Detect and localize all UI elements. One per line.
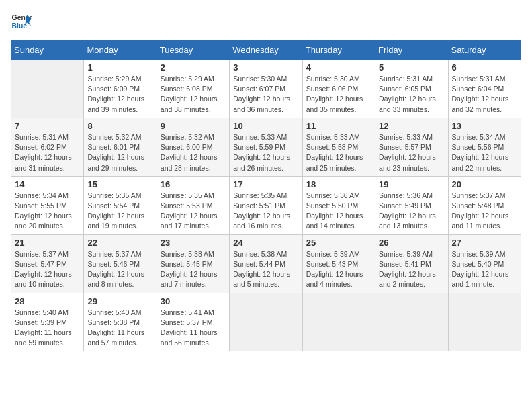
day-info: Sunrise: 5:38 AM Sunset: 5:44 PM Dayligh… [233,249,298,290]
logo-icon: General Blue [11,11,32,32]
day-info: Sunrise: 5:32 AM Sunset: 6:01 PM Dayligh… [87,132,152,173]
weekday-header-row: SundayMondayTuesdayWednesdayThursdayFrid… [11,41,521,60]
day-number: 10 [233,121,298,131]
day-info: Sunrise: 5:34 AM Sunset: 5:55 PM Dayligh… [15,191,80,232]
day-number: 18 [306,179,371,189]
calendar-cell: 21Sunrise: 5:37 AM Sunset: 5:47 PM Dayli… [11,234,84,293]
page-header: General Blue [11,11,521,32]
calendar-cell: 25Sunrise: 5:39 AM Sunset: 5:43 PM Dayli… [302,234,375,293]
calendar-cell: 12Sunrise: 5:33 AM Sunset: 5:57 PM Dayli… [375,118,448,176]
calendar-cell: 7Sunrise: 5:31 AM Sunset: 6:02 PM Daylig… [11,118,84,176]
day-info: Sunrise: 5:40 AM Sunset: 5:39 PM Dayligh… [15,308,80,349]
day-number: 21 [15,238,80,248]
calendar-cell: 10Sunrise: 5:33 AM Sunset: 5:59 PM Dayli… [230,118,302,176]
calendar-cell: 27Sunrise: 5:39 AM Sunset: 5:40 PM Dayli… [448,234,521,293]
day-info: Sunrise: 5:37 AM Sunset: 5:48 PM Dayligh… [452,191,517,232]
day-number: 12 [379,121,444,131]
calendar-week-row: 7Sunrise: 5:31 AM Sunset: 6:02 PM Daylig… [11,118,521,176]
calendar-table: SundayMondayTuesdayWednesdayThursdayFrid… [11,40,521,351]
day-number: 16 [161,179,226,189]
weekday-header: Sunday [11,41,84,60]
day-number: 3 [233,62,298,73]
day-info: Sunrise: 5:33 AM Sunset: 5:57 PM Dayligh… [379,132,444,173]
calendar-cell: 1Sunrise: 5:29 AM Sunset: 6:09 PM Daylig… [84,60,157,118]
day-number: 9 [161,121,226,131]
day-info: Sunrise: 5:39 AM Sunset: 5:41 PM Dayligh… [379,249,444,290]
calendar-cell: 20Sunrise: 5:37 AM Sunset: 5:48 PM Dayli… [448,176,521,234]
logo: General Blue [11,11,35,32]
day-info: Sunrise: 5:37 AM Sunset: 5:47 PM Dayligh… [15,249,80,290]
calendar-cell: 15Sunrise: 5:35 AM Sunset: 5:54 PM Dayli… [84,176,157,234]
calendar-cell: 17Sunrise: 5:35 AM Sunset: 5:51 PM Dayli… [230,176,302,234]
calendar-cell: 4Sunrise: 5:30 AM Sunset: 6:06 PM Daylig… [302,60,375,118]
weekday-header: Thursday [302,41,375,60]
day-info: Sunrise: 5:31 AM Sunset: 6:05 PM Dayligh… [379,74,444,115]
calendar-cell: 6Sunrise: 5:31 AM Sunset: 6:04 PM Daylig… [448,60,521,118]
day-number: 28 [15,296,80,306]
day-number: 20 [452,179,517,189]
calendar-cell: 14Sunrise: 5:34 AM Sunset: 5:55 PM Dayli… [11,176,84,234]
day-info: Sunrise: 5:31 AM Sunset: 6:02 PM Dayligh… [15,132,80,173]
day-info: Sunrise: 5:31 AM Sunset: 6:04 PM Dayligh… [452,74,517,115]
calendar-cell: 24Sunrise: 5:38 AM Sunset: 5:44 PM Dayli… [230,234,302,293]
calendar-cell [302,293,375,351]
calendar-cell [230,293,302,351]
day-number: 14 [15,179,80,189]
day-number: 27 [452,238,517,248]
day-number: 22 [87,238,152,248]
calendar-week-row: 14Sunrise: 5:34 AM Sunset: 5:55 PM Dayli… [11,176,521,234]
calendar-cell: 2Sunrise: 5:29 AM Sunset: 6:08 PM Daylig… [157,60,229,118]
calendar-cell: 5Sunrise: 5:31 AM Sunset: 6:05 PM Daylig… [375,60,448,118]
day-number: 29 [87,296,152,306]
day-number: 30 [161,296,226,306]
calendar-cell: 28Sunrise: 5:40 AM Sunset: 5:39 PM Dayli… [11,293,84,351]
day-number: 4 [306,62,371,73]
calendar-week-row: 21Sunrise: 5:37 AM Sunset: 5:47 PM Dayli… [11,234,521,293]
day-number: 5 [379,62,444,73]
calendar-cell: 30Sunrise: 5:41 AM Sunset: 5:37 PM Dayli… [157,293,229,351]
weekday-header: Wednesday [230,41,302,60]
calendar-cell [11,60,84,118]
day-info: Sunrise: 5:40 AM Sunset: 5:38 PM Dayligh… [87,308,152,349]
day-number: 13 [452,121,517,131]
day-number: 7 [15,121,80,131]
day-number: 17 [233,179,298,189]
calendar-cell: 16Sunrise: 5:35 AM Sunset: 5:53 PM Dayli… [157,176,229,234]
day-info: Sunrise: 5:30 AM Sunset: 6:06 PM Dayligh… [306,74,371,115]
day-number: 24 [233,238,298,248]
calendar-cell: 29Sunrise: 5:40 AM Sunset: 5:38 PM Dayli… [84,293,157,351]
calendar-cell: 23Sunrise: 5:38 AM Sunset: 5:45 PM Dayli… [157,234,229,293]
day-info: Sunrise: 5:39 AM Sunset: 5:43 PM Dayligh… [306,249,371,290]
calendar-cell: 19Sunrise: 5:36 AM Sunset: 5:49 PM Dayli… [375,176,448,234]
day-number: 8 [87,121,152,131]
calendar-cell: 13Sunrise: 5:34 AM Sunset: 5:56 PM Dayli… [448,118,521,176]
calendar-cell: 9Sunrise: 5:32 AM Sunset: 6:00 PM Daylig… [157,118,229,176]
weekday-header: Saturday [448,41,521,60]
calendar-week-row: 28Sunrise: 5:40 AM Sunset: 5:39 PM Dayli… [11,293,521,351]
day-info: Sunrise: 5:35 AM Sunset: 5:51 PM Dayligh… [233,191,298,232]
day-info: Sunrise: 5:33 AM Sunset: 5:58 PM Dayligh… [306,132,371,173]
day-info: Sunrise: 5:37 AM Sunset: 5:46 PM Dayligh… [87,249,152,290]
day-info: Sunrise: 5:34 AM Sunset: 5:56 PM Dayligh… [452,132,517,173]
day-number: 6 [452,62,517,73]
day-number: 1 [87,62,152,73]
day-number: 2 [161,62,226,73]
calendar-cell: 11Sunrise: 5:33 AM Sunset: 5:58 PM Dayli… [302,118,375,176]
day-info: Sunrise: 5:29 AM Sunset: 6:08 PM Dayligh… [161,74,226,115]
day-info: Sunrise: 5:30 AM Sunset: 6:07 PM Dayligh… [233,74,298,115]
day-info: Sunrise: 5:36 AM Sunset: 5:49 PM Dayligh… [379,191,444,232]
day-info: Sunrise: 5:38 AM Sunset: 5:45 PM Dayligh… [161,249,226,290]
weekday-header: Friday [375,41,448,60]
day-number: 19 [379,179,444,189]
calendar-cell: 8Sunrise: 5:32 AM Sunset: 6:01 PM Daylig… [84,118,157,176]
day-number: 23 [161,238,226,248]
day-info: Sunrise: 5:36 AM Sunset: 5:50 PM Dayligh… [306,191,371,232]
calendar-cell: 3Sunrise: 5:30 AM Sunset: 6:07 PM Daylig… [230,60,302,118]
day-info: Sunrise: 5:35 AM Sunset: 5:53 PM Dayligh… [161,191,226,232]
day-info: Sunrise: 5:39 AM Sunset: 5:40 PM Dayligh… [452,249,517,290]
day-info: Sunrise: 5:32 AM Sunset: 6:00 PM Dayligh… [161,132,226,173]
calendar-cell: 22Sunrise: 5:37 AM Sunset: 5:46 PM Dayli… [84,234,157,293]
calendar-cell: 18Sunrise: 5:36 AM Sunset: 5:50 PM Dayli… [302,176,375,234]
calendar-week-row: 1Sunrise: 5:29 AM Sunset: 6:09 PM Daylig… [11,60,521,118]
weekday-header: Monday [84,41,157,60]
